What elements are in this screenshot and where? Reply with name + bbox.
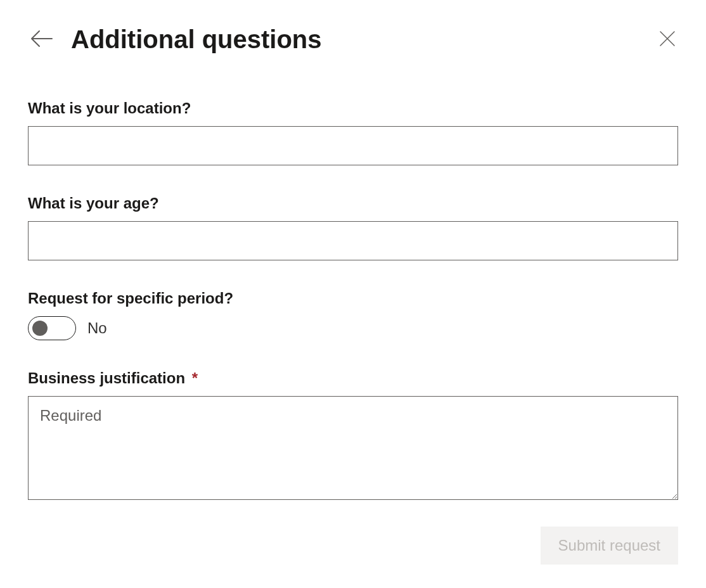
age-input[interactable]	[28, 221, 678, 260]
justification-field: Business justification *	[28, 369, 678, 502]
age-label: What is your age?	[28, 195, 678, 212]
close-icon	[659, 30, 676, 49]
dialog-actions: Submit request	[28, 527, 678, 565]
justification-input[interactable]	[28, 396, 678, 500]
submit-button[interactable]: Submit request	[541, 527, 678, 565]
toggle-thumb	[32, 321, 48, 336]
dialog-header: Additional questions	[28, 25, 678, 54]
close-button[interactable]	[657, 28, 678, 51]
period-toggle-state: No	[87, 319, 107, 337]
age-field: What is your age?	[28, 195, 678, 260]
location-field: What is your location?	[28, 99, 678, 165]
required-indicator: *	[192, 369, 198, 387]
location-label: What is your location?	[28, 99, 678, 117]
location-input[interactable]	[28, 126, 678, 165]
back-button[interactable]	[28, 27, 56, 52]
period-toggle[interactable]	[28, 316, 76, 340]
page-title: Additional questions	[71, 25, 322, 54]
period-field: Request for specific period? No	[28, 290, 678, 340]
period-toggle-row: No	[28, 316, 678, 340]
justification-label: Business justification *	[28, 369, 678, 387]
period-label: Request for specific period?	[28, 290, 678, 307]
justification-label-text: Business justification	[28, 369, 185, 387]
back-arrow-icon	[30, 30, 53, 49]
header-left: Additional questions	[28, 25, 322, 54]
